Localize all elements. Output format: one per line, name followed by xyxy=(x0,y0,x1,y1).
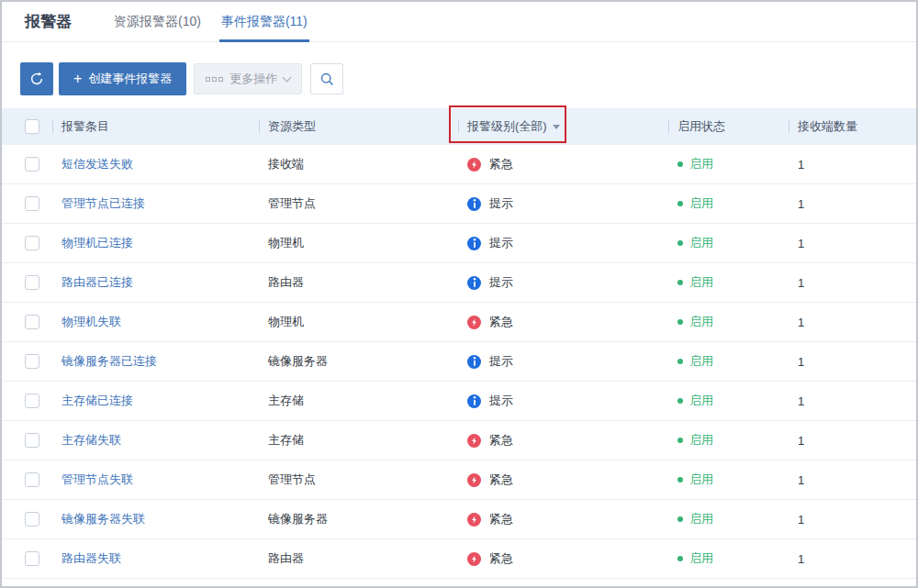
alarm-name-link[interactable]: 路由器已连接 xyxy=(62,275,133,289)
refresh-icon xyxy=(28,71,45,87)
create-event-alarm-button[interactable]: + 创建事件报警器 xyxy=(59,62,186,95)
info-icon xyxy=(467,394,481,408)
table-row: 物理机失联 物理机 紧急 xyxy=(2,303,916,342)
level-label: 紧急 xyxy=(489,511,513,527)
status-label: 启用 xyxy=(689,432,713,449)
level-badge: 紧急 xyxy=(467,550,668,567)
table-row: 镜像服务器失联 镜像服务器 紧急 xyxy=(2,500,916,539)
column-header-alarm-name: 报警条目 xyxy=(52,118,259,135)
page-title: 报警器 xyxy=(2,11,72,32)
alarm-name-link[interactable]: 管理节点失联 xyxy=(62,472,133,486)
status-label: 启用 xyxy=(689,156,713,172)
info-icon xyxy=(467,197,481,211)
resource-type: 主存储 xyxy=(259,432,458,449)
receiver-count: 1 xyxy=(789,197,916,211)
alarm-name-link[interactable]: 路由器失联 xyxy=(62,551,121,565)
receiver-count: 1 xyxy=(789,237,916,250)
level-label: 紧急 xyxy=(489,156,513,172)
row-checkbox[interactable] xyxy=(25,472,39,487)
more-actions-button[interactable]: 更多操作 xyxy=(194,63,302,94)
row-checkbox[interactable] xyxy=(25,236,39,250)
chevron-down-icon xyxy=(283,72,292,82)
resource-type: 物理机 xyxy=(259,314,458,330)
event-alarm-page: 报警器 资源报警器(10) 事件报警器(11) + 创建事件报警器 xyxy=(2,2,916,586)
table-row: 短信发送失败 接收端 紧急 xyxy=(2,145,916,184)
status-label: 启用 xyxy=(689,195,713,212)
status-label: 启用 xyxy=(689,314,713,330)
column-header-resource-type-label: 资源类型 xyxy=(268,118,316,135)
level-label: 提示 xyxy=(489,235,513,251)
info-icon xyxy=(467,276,481,290)
column-header-alarm-name-label: 报警条目 xyxy=(62,118,109,135)
alarm-name-link[interactable]: 主存储已连接 xyxy=(62,394,133,407)
more-dots-icon xyxy=(206,77,223,82)
receiver-count: 1 xyxy=(789,316,916,329)
resource-type: 物理机 xyxy=(259,235,458,251)
status-dot-icon xyxy=(677,556,683,561)
tab-event-alarms-label: 事件报警器(11) xyxy=(221,14,308,30)
level-badge: 紧急 xyxy=(467,511,668,527)
lightning-icon xyxy=(467,552,481,566)
row-checkbox[interactable] xyxy=(25,512,39,527)
status-dot-icon xyxy=(677,201,683,206)
alarm-name-link[interactable]: 管理节点已连接 xyxy=(62,196,145,210)
alarm-name-link[interactable]: 物理机失联 xyxy=(62,315,121,328)
status-dot-icon xyxy=(677,319,683,325)
table-row: 路由器已连接 路由器 提示 xyxy=(2,263,916,303)
row-checkbox[interactable] xyxy=(25,275,39,290)
row-checkbox[interactable] xyxy=(25,354,39,369)
resource-type: 主存储 xyxy=(259,393,458,409)
more-actions-label: 更多操作 xyxy=(230,71,277,87)
row-checkbox[interactable] xyxy=(25,196,39,211)
plus-icon: + xyxy=(73,72,82,86)
alarm-name-link[interactable]: 主存储失联 xyxy=(62,433,121,447)
receiver-count: 1 xyxy=(789,276,916,290)
status-label: 启用 xyxy=(689,393,713,409)
lightning-icon xyxy=(467,316,481,329)
lightning-icon xyxy=(467,434,481,448)
refresh-button[interactable] xyxy=(20,62,53,95)
status-dot-icon xyxy=(677,280,683,285)
topbar: 报警器 资源报警器(10) 事件报警器(11) xyxy=(2,2,916,42)
status-dot-icon xyxy=(677,438,683,443)
status-dot-icon xyxy=(677,516,683,522)
row-checkbox[interactable] xyxy=(25,433,39,448)
alarm-name-link[interactable]: 镜像服务器已连接 xyxy=(62,354,157,368)
tab-resource-alarms[interactable]: 资源报警器(10) xyxy=(112,2,203,41)
tab-event-alarms[interactable]: 事件报警器(11) xyxy=(219,2,309,41)
column-header-resource-type: 资源类型 xyxy=(259,118,458,135)
level-badge: 提示 xyxy=(467,393,668,409)
search-button[interactable] xyxy=(310,63,343,94)
status-label: 启用 xyxy=(689,550,713,567)
level-label: 紧急 xyxy=(489,314,513,330)
alarm-name-link[interactable]: 物理机已连接 xyxy=(62,236,133,250)
status-dot-icon xyxy=(677,477,683,483)
status-label: 启用 xyxy=(689,235,713,251)
table-row: 主存储已连接 主存储 提示 xyxy=(2,382,916,421)
resource-type: 镜像服务器 xyxy=(259,511,458,527)
lightning-icon xyxy=(467,513,481,527)
level-label: 提示 xyxy=(489,393,513,409)
alarm-name-link[interactable]: 镜像服务器失联 xyxy=(62,512,145,526)
status-dot-icon xyxy=(677,161,683,167)
select-all-checkbox[interactable] xyxy=(25,119,39,134)
alarm-name-link[interactable]: 短信发送失败 xyxy=(62,157,133,171)
row-checkbox[interactable] xyxy=(25,157,39,172)
status-label: 启用 xyxy=(689,472,713,488)
column-header-alarm-level-filter[interactable]: 报警级别(全部) xyxy=(458,118,668,135)
table-row: 管理节点已连接 管理节点 提示 xyxy=(2,184,916,224)
header-checkbox-cell xyxy=(2,119,52,134)
status-dot-icon xyxy=(677,359,683,364)
row-checkbox[interactable] xyxy=(25,315,39,329)
tabs: 资源报警器(10) 事件报警器(11) xyxy=(112,2,309,41)
receiver-count: 1 xyxy=(789,355,916,369)
toolbar: + 创建事件报警器 更多操作 xyxy=(2,42,916,108)
create-event-alarm-label: 创建事件报警器 xyxy=(88,71,172,87)
receiver-count: 1 xyxy=(789,434,916,448)
row-checkbox[interactable] xyxy=(25,394,39,408)
status-dot-icon xyxy=(677,398,683,404)
resource-type: 路由器 xyxy=(259,274,458,291)
table-row: 管理节点失联 管理节点 紧急 xyxy=(2,460,916,500)
row-checkbox[interactable] xyxy=(25,551,39,566)
level-badge: 提示 xyxy=(467,235,668,251)
